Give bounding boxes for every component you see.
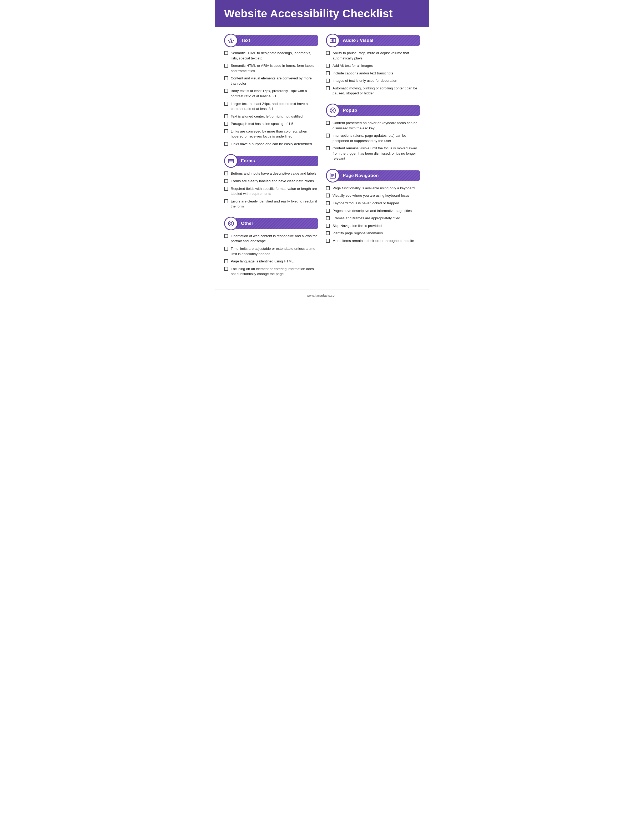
checkbox[interactable] bbox=[326, 146, 330, 150]
checkbox[interactable] bbox=[326, 64, 330, 68]
text-svg-icon: A bbox=[227, 37, 235, 44]
list-item: Orientation of web content is responsive… bbox=[224, 233, 318, 244]
checkbox[interactable] bbox=[326, 71, 330, 75]
list-item: Text is aligned center, left or right, n… bbox=[224, 114, 318, 119]
list-item: Links are conveyed by more than color eg… bbox=[224, 129, 318, 139]
checkbox[interactable] bbox=[224, 259, 228, 263]
checkbox[interactable] bbox=[326, 239, 330, 243]
popup-title-bar: Popup bbox=[338, 105, 420, 116]
popup-icon bbox=[326, 104, 340, 117]
list-item: Errors are clearly identified and easily… bbox=[224, 199, 318, 209]
list-item: Content and visual elements are conveyed… bbox=[224, 76, 318, 86]
list-item: Add Alt-text for all images bbox=[326, 63, 420, 68]
section-forms: Forms Buttons and inputs have a descript… bbox=[224, 154, 318, 211]
audio-visual-icon bbox=[326, 34, 340, 47]
checkbox[interactable] bbox=[326, 121, 330, 125]
list-item: Visually see where you are using keyboar… bbox=[326, 193, 420, 198]
footer: www.ilanadavis.com bbox=[215, 289, 429, 301]
checkbox[interactable] bbox=[224, 102, 228, 106]
checkbox[interactable] bbox=[326, 231, 330, 235]
checkbox[interactable] bbox=[224, 89, 228, 93]
other-icon bbox=[224, 217, 238, 230]
forms-svg-icon bbox=[227, 157, 235, 165]
list-item: Required fields with specific format, va… bbox=[224, 186, 318, 196]
checkbox[interactable] bbox=[224, 199, 228, 203]
forms-title-bar: Forms bbox=[236, 156, 318, 166]
pn-title-bar: Page Navigation bbox=[338, 170, 420, 181]
pn-section-title: Page Navigation bbox=[343, 173, 379, 178]
list-item: Time limits are adjustable or extendable… bbox=[224, 246, 318, 256]
av-svg-icon bbox=[329, 37, 336, 44]
pn-svg-icon bbox=[329, 172, 336, 179]
forms-section-title: Forms bbox=[241, 158, 255, 163]
section-text: A Text Semantic HTML to designate headin… bbox=[224, 34, 318, 149]
list-item: Page functionality is available using on… bbox=[326, 186, 420, 191]
svg-point-11 bbox=[333, 40, 333, 41]
checkbox[interactable] bbox=[326, 133, 330, 138]
list-item: Content presented on hover or keyboard f… bbox=[326, 121, 420, 131]
list-item: Frames and iframes are appropriately tit… bbox=[326, 215, 420, 221]
section-forms-header: Forms bbox=[224, 154, 318, 168]
checkbox[interactable] bbox=[326, 79, 330, 82]
checkbox[interactable] bbox=[326, 201, 330, 205]
checkbox[interactable] bbox=[224, 179, 228, 183]
text-icon: A bbox=[224, 34, 238, 47]
checkbox[interactable] bbox=[224, 122, 228, 126]
section-page-navigation: Page Navigation Page functionality is av… bbox=[326, 169, 420, 246]
checkbox[interactable] bbox=[326, 186, 330, 190]
list-item: Larger text, at least 24px, and bolded t… bbox=[224, 101, 318, 111]
checkbox[interactable] bbox=[224, 76, 228, 80]
list-item: Ability to pause, stop, mute or adjust v… bbox=[326, 50, 420, 61]
list-item: Links have a purpose and can be easily d… bbox=[224, 142, 318, 147]
checkbox[interactable] bbox=[224, 187, 228, 191]
page-title: Website Accessibility Checklist bbox=[224, 7, 420, 20]
list-item: Skip Navigation link is provided bbox=[326, 223, 420, 228]
other-title-bar: Other bbox=[236, 218, 318, 229]
text-section-title: Text bbox=[241, 38, 250, 43]
list-item: Forms are clearly labeled and have clear… bbox=[224, 178, 318, 184]
checkbox[interactable] bbox=[224, 142, 228, 146]
text-checklist: Semantic HTML to designate headings, lan… bbox=[224, 50, 318, 146]
other-checklist: Orientation of web content is responsive… bbox=[224, 233, 318, 277]
list-item: Include captions and/or text transcripts bbox=[326, 71, 420, 76]
checkbox[interactable] bbox=[224, 64, 228, 68]
list-item: Paragraph text has a line spacing of 1.5 bbox=[224, 121, 318, 127]
list-item: Body text is at least 16px, preferably 1… bbox=[224, 88, 318, 99]
section-text-header: A Text bbox=[224, 34, 318, 47]
list-item: Automatic moving, blinking or scrolling … bbox=[326, 86, 420, 96]
header: Website Accessibility Checklist bbox=[215, 0, 429, 27]
checkbox[interactable] bbox=[326, 216, 330, 220]
checkbox[interactable] bbox=[224, 234, 228, 238]
list-item: Keyboard focus is never locked or trappe… bbox=[326, 201, 420, 206]
left-column: A Text Semantic HTML to designate headin… bbox=[224, 34, 318, 284]
pn-checklist: Page functionality is available using on… bbox=[326, 186, 420, 243]
checkbox[interactable] bbox=[326, 51, 330, 55]
page-navigation-icon bbox=[326, 169, 340, 182]
checkbox[interactable] bbox=[326, 209, 330, 213]
checkbox[interactable] bbox=[224, 51, 228, 55]
checkbox[interactable] bbox=[224, 114, 228, 118]
list-item: Menu items remain in their order through… bbox=[326, 238, 420, 243]
section-pn-header: Page Navigation bbox=[326, 169, 420, 182]
forms-checklist: Buttons and inputs have a descriptive va… bbox=[224, 171, 318, 209]
list-item: Page language is identified using HTML bbox=[224, 259, 318, 264]
list-item: Focusing on an element or entering infor… bbox=[224, 266, 318, 277]
checkbox[interactable] bbox=[326, 86, 330, 90]
checkbox[interactable] bbox=[224, 171, 228, 175]
other-section-title: Other bbox=[241, 221, 253, 226]
checkbox[interactable] bbox=[224, 247, 228, 251]
list-item: Pages have descriptive and informative p… bbox=[326, 208, 420, 214]
checkbox[interactable] bbox=[326, 224, 330, 228]
section-audio-visual: Audio / Visual Ability to pause, stop, m… bbox=[326, 34, 420, 98]
checkbox[interactable] bbox=[224, 129, 228, 133]
popup-svg-icon bbox=[329, 107, 336, 114]
list-item: Buttons and inputs have a descriptive va… bbox=[224, 171, 318, 176]
av-section-title: Audio / Visual bbox=[343, 38, 373, 43]
checkbox[interactable] bbox=[326, 193, 330, 198]
section-other: Other Orientation of web content is resp… bbox=[224, 217, 318, 279]
popup-section-title: Popup bbox=[343, 108, 357, 113]
checkbox[interactable] bbox=[224, 267, 228, 271]
list-item: Content remains visible until the focus … bbox=[326, 146, 420, 161]
av-title-bar: Audio / Visual bbox=[338, 35, 420, 46]
section-other-header: Other bbox=[224, 217, 318, 230]
